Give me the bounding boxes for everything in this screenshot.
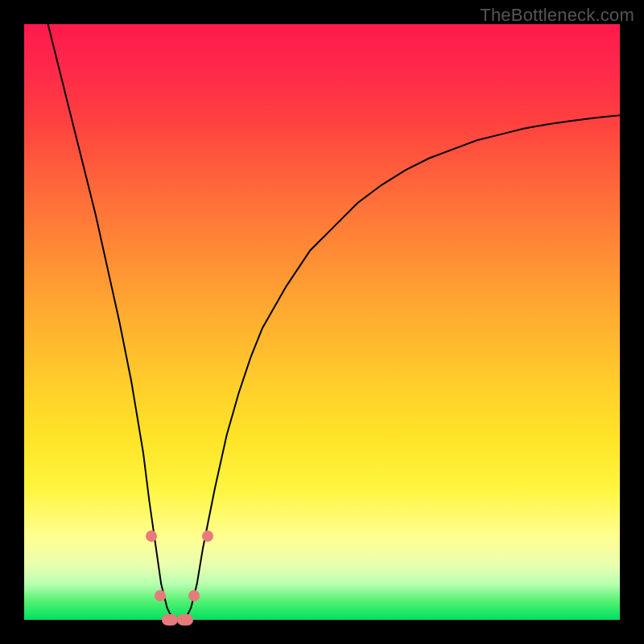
watermark-text: TheBottleneck.com bbox=[480, 5, 634, 26]
curve-svg bbox=[24, 24, 620, 620]
curve-marker bbox=[177, 614, 193, 625]
curve-marker bbox=[146, 530, 157, 542]
curve-marker bbox=[155, 590, 166, 601]
curve-marker bbox=[162, 614, 178, 625]
bottleneck-curve bbox=[48, 24, 620, 620]
curve-marker bbox=[188, 590, 200, 601]
curve-marker bbox=[202, 530, 213, 542]
chart-plot-area bbox=[24, 24, 620, 620]
